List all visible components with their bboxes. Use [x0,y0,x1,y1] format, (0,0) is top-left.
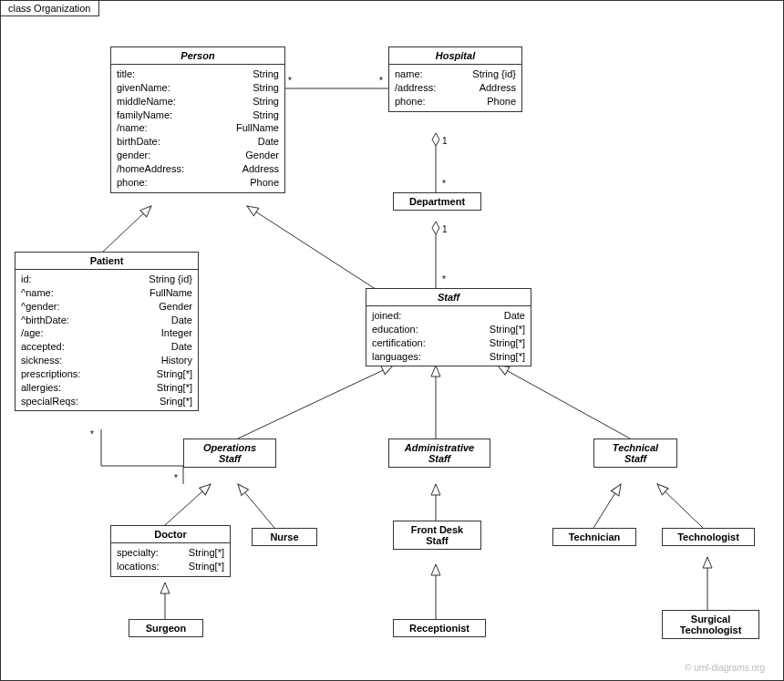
attr-type: String[*] [490,323,525,336]
attr-type: Date [171,340,192,354]
attr-type: Gender [245,149,279,162]
attr-name: joined: [372,309,401,323]
attr-type: Address [242,162,279,176]
svg-line-12 [657,484,703,528]
attr-type: FullName [150,286,192,300]
mult: * [379,76,383,86]
class-attrs: id:String {id}^name:FullName^gender:Gend… [15,270,198,410]
class-title: Patient [15,253,198,270]
mult: * [174,473,178,483]
class-title: Technician [553,529,635,545]
attr-type: String [253,67,279,81]
class-surg-tech: Surgical Technologist [662,610,759,639]
class-title: Surgeon [129,620,202,636]
class-doctor: Doctor specialty:String[*]locations:Stri… [110,525,231,577]
attr-type: String[*] [490,336,525,350]
attr-type: FullName [236,121,279,135]
class-receptionist: Receptionist [393,619,486,637]
class-title: Receptionist [394,620,485,636]
class-staff: Staff joined:Dateeducation:String[*]cert… [366,288,531,366]
attr-name: /homeAddress: [117,162,184,176]
attr-name: languages: [372,350,421,364]
attr-type: Date [504,309,525,323]
attr-name: id: [21,273,32,286]
svg-line-7 [498,366,630,439]
attr-name: /address: [395,81,436,95]
mult: 1 [442,224,448,234]
diagram-frame: class Organization [0,0,784,681]
attr-type: Date [171,314,192,327]
attr-name: education: [372,323,418,336]
attr-type: String {id} [149,273,192,286]
frame-label: class Organization [0,0,99,16]
attr-name: name: [395,67,423,81]
class-title: Surgical Technologist [663,611,758,638]
attr-type: String[*] [157,381,192,395]
class-nurse: Nurse [252,528,317,546]
attr-name: familyName: [117,108,172,122]
attr-name: title: [117,67,135,81]
attr-name: middleName: [117,95,176,108]
svg-line-3 [103,206,151,252]
mult: * [442,274,446,284]
class-title: Staff [366,289,531,306]
mult: 1 [442,136,448,146]
attr-type: Integer [161,326,192,340]
attr-type: Gender [159,300,192,314]
class-title: Nurse [253,529,316,545]
class-title: Technical Staff [594,439,676,467]
attr-name: gender: [117,149,150,162]
class-patient: Patient id:String {id}^name:FullName^gen… [15,252,199,411]
class-technologist: Technologist [662,528,755,546]
class-tech-staff: Technical Staff [593,439,677,468]
class-ops-staff: Operations Staff [183,439,276,468]
attr-name: locations: [117,560,159,573]
attr-name: ^gender: [21,300,59,314]
attr-name: allergies: [21,381,61,395]
class-department: Department [393,192,481,211]
attr-name: birthDate: [117,135,160,149]
class-title: Technologist [663,529,754,545]
attr-type: Sring[*] [160,395,192,408]
attr-type: String [253,81,279,95]
class-title: Person [111,47,284,65]
attr-type: String [253,95,279,108]
attr-type: Phone [250,176,279,190]
attr-type: History [161,354,192,367]
attr-type: Phone [487,95,516,108]
svg-line-4 [247,206,384,294]
class-attrs: joined:Dateeducation:String[*]certificat… [366,306,531,366]
class-title: Administrative Staff [389,439,490,467]
attr-name: ^birthDate: [21,314,69,327]
class-hospital: Hospital name:String {id}/address:Addres… [388,46,522,112]
attr-type: String[*] [157,367,192,381]
attr-type: String[*] [189,560,224,573]
class-title: Front Desk Staff [394,521,480,549]
attr-name: prescriptions: [21,367,80,381]
class-attrs: name:String {id}/address:Addressphone:Ph… [389,65,521,111]
class-admin-staff: Administrative Staff [388,439,490,468]
attr-name: phone: [117,176,148,190]
class-title: Department [394,193,480,210]
svg-line-8 [165,484,211,525]
attr-name: accepted: [21,340,65,354]
svg-line-9 [238,484,274,528]
attr-type: String[*] [490,350,525,364]
attr-name: specialty: [117,546,159,560]
attr-type: String[*] [189,546,224,560]
mult: * [90,429,94,439]
attr-name: specialReqs: [21,395,78,408]
class-person: Person title:StringgivenName:Stringmiddl… [110,46,285,193]
class-surgeon: Surgeon [129,619,203,637]
class-technician: Technician [552,528,636,546]
attr-name: ^name: [21,286,54,300]
svg-line-5 [238,366,393,439]
attr-name: phone: [395,95,426,108]
attr-type: String {id} [472,67,516,81]
attr-name: /name: [117,121,148,135]
attr-name: givenName: [117,81,170,95]
copyright: © uml-diagrams.org [685,663,765,673]
attr-name: /age: [21,326,43,340]
attr-type: String [253,108,279,122]
class-title: Hospital [389,47,521,65]
